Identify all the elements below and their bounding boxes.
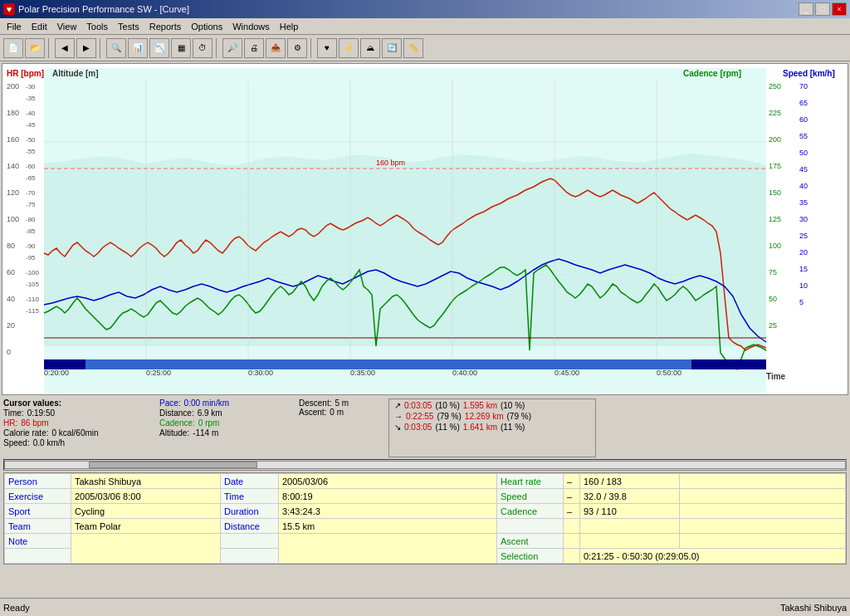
hr-chart-button[interactable]: ♥ (317, 38, 337, 58)
zone3-dist: 1.641 km (463, 423, 497, 432)
svg-text:225: 225 (769, 109, 781, 117)
duration-value: 3:43:24.3 (279, 504, 497, 519)
back-button[interactable]: ◀ (55, 38, 75, 58)
speed-chart-button[interactable]: ⚡ (339, 38, 359, 58)
svg-text:0:50:00: 0:50:00 (657, 369, 681, 377)
status-user: Takashi Shibuya (780, 603, 847, 613)
bar-chart-button[interactable]: 📉 (149, 38, 169, 58)
close-button[interactable]: × (832, 2, 847, 16)
person-value: Takashi Shibuya (71, 474, 221, 489)
svg-text:0: 0 (7, 348, 11, 356)
menu-file[interactable]: File (2, 21, 27, 32)
hr-value-table: 160 / 183 (580, 474, 680, 489)
table-row: Sport Cycling Duration 3:43:24.3 Cadence… (5, 504, 846, 519)
svg-text:140: 140 (7, 162, 19, 170)
zone2-dist-pct: (79 %) (507, 412, 531, 421)
zone3-time: 0:03:05 (404, 423, 432, 432)
selection-label: Selection (497, 549, 564, 564)
svg-text:Time: Time (766, 372, 786, 381)
new-button[interactable]: 📄 (3, 38, 23, 58)
svg-text:-35: -35 (26, 95, 36, 102)
descent-value: 5 m (335, 398, 349, 408)
window-controls[interactable]: _ □ × (799, 2, 847, 16)
alt-chart-button[interactable]: ⛰ (360, 38, 380, 58)
zoom-button[interactable]: 🔍 (106, 38, 126, 58)
forward-button[interactable]: ▶ (76, 38, 96, 58)
table-row: Person Takashi Shibuya Date 2005/03/06 H… (5, 474, 846, 489)
zone2-time-pct: (79 %) (437, 412, 461, 421)
menu-help[interactable]: Help (275, 21, 304, 32)
chart-container: HR [bpm] 200 180 160 140 120 100 80 60 4… (2, 63, 848, 395)
extra-cell5 (680, 534, 846, 549)
dist-chart-button[interactable]: 📏 (403, 38, 423, 58)
cadence-dash: – (564, 504, 580, 519)
ascent-value: 0 m (330, 408, 344, 417)
cad-chart-button[interactable]: 🔄 (382, 38, 402, 58)
svg-text:20: 20 (7, 321, 15, 330)
empty-label1 (497, 519, 564, 534)
svg-text:60: 60 (7, 268, 15, 276)
zone-info: ↗ 0:03:05 (10 %) 1.595 km (10 %) → 0:22:… (388, 398, 596, 457)
menu-edit[interactable]: Edit (27, 21, 52, 32)
ascent-dash (564, 534, 580, 549)
svg-text:160 bpm: 160 bpm (376, 159, 405, 167)
svg-text:160: 160 (7, 135, 19, 144)
svg-text:0:45:00: 0:45:00 (554, 369, 579, 377)
hr-label-table: Heart rate (497, 474, 564, 489)
menu-windows[interactable]: Windows (227, 21, 275, 32)
time-label-table: Time (221, 489, 279, 504)
svg-text:-85: -85 (26, 227, 36, 235)
svg-text:-95: -95 (26, 254, 36, 262)
open-button[interactable]: 📂 (25, 38, 45, 58)
svg-text:-40: -40 (26, 110, 36, 117)
team-label: Team (5, 519, 71, 534)
ascent-label-table: Ascent (497, 534, 564, 549)
export-button[interactable]: 📤 (266, 38, 286, 58)
chart-svg: HR [bpm] 200 180 160 140 120 100 80 60 4… (2, 64, 846, 393)
team-value: Team Polar (71, 519, 221, 534)
svg-text:HR [bpm]: HR [bpm] (7, 69, 44, 78)
zone1-time-pct: (10 %) (435, 401, 459, 410)
menu-bar: File Edit View Tools Tests Reports Optio… (0, 18, 850, 35)
table-button[interactable]: ▦ (171, 38, 191, 58)
pace-label: Pace: (159, 398, 181, 408)
note-label: Note (5, 534, 71, 549)
hr-value: 86 bpm (21, 418, 48, 428)
extra-cell3 (680, 504, 846, 519)
svg-text:15: 15 (799, 265, 808, 273)
print-button[interactable]: 🖨 (244, 38, 264, 58)
svg-rect-78 (691, 359, 766, 369)
horizontal-scrollbar[interactable] (3, 459, 847, 471)
zone2-time: 0:22:55 (406, 412, 433, 421)
svg-text:-100: -100 (26, 269, 40, 276)
cad-label: Cadence: (159, 418, 195, 428)
scroll-track[interactable] (4, 461, 846, 469)
settings-button[interactable]: ⚙ (287, 38, 307, 58)
chart-button[interactable]: 📊 (128, 38, 148, 58)
title-bar: ♥ Polar Precision Performance SW - [Curv… (0, 0, 850, 18)
dist-label: Distance: (159, 408, 194, 418)
scroll-thumb[interactable] (89, 462, 256, 468)
svg-text:Altitude [m]: Altitude [m] (52, 69, 99, 78)
menu-options[interactable]: Options (186, 21, 227, 32)
svg-rect-76 (44, 359, 766, 369)
search-button[interactable]: 🔎 (222, 38, 242, 58)
sport-value: Cycling (71, 504, 221, 519)
svg-text:100: 100 (7, 215, 19, 223)
menu-tools[interactable]: Tools (81, 21, 113, 32)
menu-tests[interactable]: Tests (113, 21, 144, 32)
data-table: Person Takashi Shibuya Date 2005/03/06 H… (3, 472, 847, 565)
minimize-button[interactable]: _ (799, 2, 813, 16)
menu-reports[interactable]: Reports (144, 21, 187, 32)
lap-button[interactable]: ⏱ (193, 38, 212, 58)
pace-value: 0:00 min/km (184, 398, 229, 408)
menu-view[interactable]: View (52, 21, 82, 32)
hr-dash: – (564, 474, 580, 489)
sport-label: Sport (5, 504, 71, 519)
svg-text:75: 75 (769, 268, 777, 276)
svg-text:80: 80 (7, 242, 15, 250)
maximize-button[interactable]: □ (815, 2, 830, 16)
zone-row-1: ↗ 0:03:05 (10 %) 1.595 km (10 %) (394, 401, 590, 410)
svg-text:30: 30 (799, 215, 808, 223)
selection-dash (564, 549, 580, 564)
